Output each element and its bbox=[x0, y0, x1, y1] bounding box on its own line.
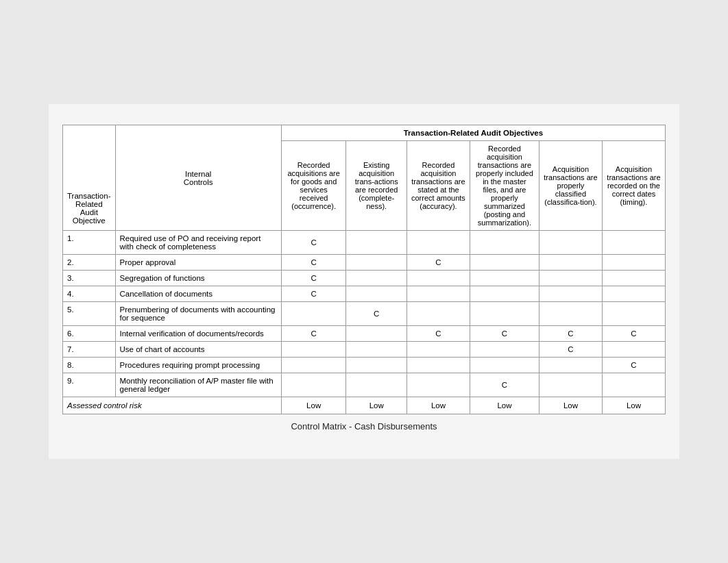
cell-r6-c6: C bbox=[602, 326, 665, 342]
row-num-2: 2. bbox=[63, 255, 116, 271]
cell-r9-c5 bbox=[539, 373, 602, 397]
cell-r9-c4: C bbox=[470, 373, 539, 397]
cell-r3-c5 bbox=[539, 271, 602, 286]
row-num-6: 6. bbox=[63, 326, 116, 342]
table-row: 8.Procedures requiring prompt processing… bbox=[63, 358, 666, 373]
row-label-8: Procedures requiring prompt processing bbox=[115, 358, 281, 373]
cell-r8-c2 bbox=[346, 358, 407, 373]
cell-r5-c3 bbox=[407, 302, 470, 326]
cell-r3-c6 bbox=[602, 271, 665, 286]
row-num-1: 1. bbox=[63, 231, 116, 255]
cell-r6-c3: C bbox=[407, 326, 470, 342]
assessed-value-3: Low bbox=[407, 397, 470, 414]
cell-r7-c1 bbox=[281, 342, 346, 358]
col-header-2: Existing acquisition trans-actions are r… bbox=[346, 141, 407, 231]
cell-r4-c4 bbox=[470, 286, 539, 302]
cell-r2-c6 bbox=[602, 255, 665, 271]
cell-r7-c5: C bbox=[539, 342, 602, 358]
cell-r4-c6 bbox=[602, 286, 665, 302]
control-matrix-table: Transaction-Related Audit Objective Inte… bbox=[62, 125, 666, 414]
cell-r9-c6 bbox=[602, 373, 665, 397]
cell-r5-c4 bbox=[470, 302, 539, 326]
cell-r2-c4 bbox=[470, 255, 539, 271]
cell-r7-c4 bbox=[470, 342, 539, 358]
assessed-value-6: Low bbox=[602, 397, 665, 414]
cell-r1-c4 bbox=[470, 231, 539, 255]
table-row: 6.Internal verification of documents/rec… bbox=[63, 326, 666, 342]
cell-r7-c3 bbox=[407, 342, 470, 358]
cell-r8-c1 bbox=[281, 358, 346, 373]
col-header-3: Recorded acquisition transactions are st… bbox=[407, 141, 470, 231]
cell-r7-c2 bbox=[346, 342, 407, 358]
page-container: Transaction-Related Audit Objective Inte… bbox=[49, 104, 679, 459]
row-label-1: Required use of PO and receiving report … bbox=[115, 231, 281, 255]
cell-r8-c6: C bbox=[602, 358, 665, 373]
cell-r8-c3 bbox=[407, 358, 470, 373]
table-row: 1.Required use of PO and receiving repor… bbox=[63, 231, 666, 255]
table-row: 5.Prenumbering of documents with account… bbox=[63, 302, 666, 326]
cell-r1-c6 bbox=[602, 231, 665, 255]
cell-r1-c5 bbox=[539, 231, 602, 255]
cell-r4-c3 bbox=[407, 286, 470, 302]
main-columns-header: Transaction-Related Audit Objectives bbox=[281, 125, 665, 141]
cell-r3-c1: C bbox=[281, 271, 346, 286]
cell-r9-c2 bbox=[346, 373, 407, 397]
row-label-6: Internal verification of documents/recor… bbox=[115, 326, 281, 342]
row-num-3: 3. bbox=[63, 271, 116, 286]
table-row: 9.Monthly reconciliation of A/P master f… bbox=[63, 373, 666, 397]
cell-r2-c3: C bbox=[407, 255, 470, 271]
cell-r8-c5 bbox=[539, 358, 602, 373]
cell-r8-c4 bbox=[470, 358, 539, 373]
row-num-4: 4. bbox=[63, 286, 116, 302]
cell-r7-c6 bbox=[602, 342, 665, 358]
row-num-7: 7. bbox=[63, 342, 116, 358]
col-header-4: Recorded acquisition transactions are pr… bbox=[470, 141, 539, 231]
row-num-9: 9. bbox=[63, 373, 116, 397]
col-header-1: Recorded acquisitions are for goods and … bbox=[281, 141, 346, 231]
cell-r1-c1: C bbox=[281, 231, 346, 255]
cell-r1-c2 bbox=[346, 231, 407, 255]
cell-r4-c5 bbox=[539, 286, 602, 302]
cell-r5-c1 bbox=[281, 302, 346, 326]
cell-r5-c2: C bbox=[346, 302, 407, 326]
cell-r4-c2 bbox=[346, 286, 407, 302]
col-header-5: Acquisition transactions are properly cl… bbox=[539, 141, 602, 231]
cell-r4-c1: C bbox=[281, 286, 346, 302]
cell-r5-c6 bbox=[602, 302, 665, 326]
cell-r9-c1 bbox=[281, 373, 346, 397]
assessed-value-4: Low bbox=[470, 397, 539, 414]
cell-r6-c2 bbox=[346, 326, 407, 342]
cell-r3-c3 bbox=[407, 271, 470, 286]
cell-r3-c2 bbox=[346, 271, 407, 286]
assessed-value-5: Low bbox=[539, 397, 602, 414]
table-row: 2.Proper approvalCC bbox=[63, 255, 666, 271]
row-label-4: Cancellation of documents bbox=[115, 286, 281, 302]
row-num-5: 5. bbox=[63, 302, 116, 326]
table-row: 3.Segregation of functionsC bbox=[63, 271, 666, 286]
table-row: 7.Use of chart of accountsC bbox=[63, 342, 666, 358]
audit-objective-header: Transaction-Related Audit Objective bbox=[63, 125, 116, 231]
cell-r2-c5 bbox=[539, 255, 602, 271]
cell-r2-c1: C bbox=[281, 255, 346, 271]
row-label-2: Proper approval bbox=[115, 255, 281, 271]
table-row: 4.Cancellation of documentsC bbox=[63, 286, 666, 302]
cell-r3-c4 bbox=[470, 271, 539, 286]
cell-r6-c1: C bbox=[281, 326, 346, 342]
row-label-7: Use of chart of accounts bbox=[115, 342, 281, 358]
row-label-5: Prenumbering of documents with accountin… bbox=[115, 302, 281, 326]
row-label-3: Segregation of functions bbox=[115, 271, 281, 286]
cell-r6-c5: C bbox=[539, 326, 602, 342]
col-header-6: Acquisition transactions are recorded on… bbox=[602, 141, 665, 231]
cell-r6-c4: C bbox=[470, 326, 539, 342]
internal-controls-header: Internal Controls bbox=[115, 125, 281, 231]
cell-r1-c3 bbox=[407, 231, 470, 255]
footer-title: Control Matrix - Cash Disbursements bbox=[62, 421, 666, 431]
cell-r2-c2 bbox=[346, 255, 407, 271]
assessed-control-risk-row: Assessed control riskLowLowLowLowLowLow bbox=[63, 397, 666, 414]
cell-r9-c3 bbox=[407, 373, 470, 397]
cell-r5-c5 bbox=[539, 302, 602, 326]
assessed-value-1: Low bbox=[281, 397, 346, 414]
assessed-label: Assessed control risk bbox=[63, 397, 282, 414]
row-num-8: 8. bbox=[63, 358, 116, 373]
assessed-value-2: Low bbox=[346, 397, 407, 414]
